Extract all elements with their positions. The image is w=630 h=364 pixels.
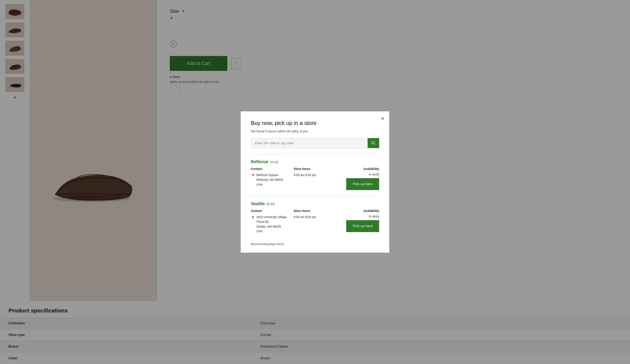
seattle-addr2: Plaza NE: [256, 219, 286, 224]
zip-search-row: [251, 138, 379, 148]
divider-top: [251, 154, 379, 154]
seattle-stock-status: In stock: [369, 215, 379, 218]
bellevue-address: 📍 Bellevue Square Bellevue, WA 98004 USA: [251, 173, 294, 187]
pin-icon-bellevue: 📍: [251, 173, 255, 179]
bellevue-distance: (4 mi): [270, 160, 278, 164]
seattle-contact-col: Contact 📍 2624 University Village Plaza …: [251, 209, 294, 234]
bellevue-contact-header: Contact: [251, 167, 294, 171]
bellevue-availability-col: Availability In stock Pick up here: [336, 167, 379, 190]
bellevue-hours: 9:00 am-9:00 pm: [294, 173, 336, 177]
seattle-address: 📍 2624 University Village Plaza NE Seatt…: [251, 215, 294, 234]
seattle-hours-col: Store hours 9:00 am-9:00 pm: [294, 209, 336, 234]
bellevue-name-row: Bellevue (4 mi): [251, 159, 379, 164]
bellevue-addr1: Bellevue Square: [256, 173, 283, 177]
bellevue-pickup-button[interactable]: Pick up here: [346, 178, 379, 190]
bellevue-stock-status: In stock: [369, 173, 379, 176]
seattle-name: Seattle: [251, 201, 265, 206]
store-pickup-modal: × Buy now, pick up in a store We found 2…: [241, 111, 389, 253]
modal-footer: Microsoft Bing Maps Terms: [251, 240, 379, 246]
bing-maps-link[interactable]: Microsoft Bing Maps Terms: [251, 242, 284, 246]
seattle-addr3: Seattle, WA 98105: [256, 224, 286, 229]
seattle-pickup-button[interactable]: Pick up here: [346, 220, 379, 232]
bellevue-hours-col: Store hours 9:00 am-9:00 pm: [294, 167, 336, 190]
store-entry-bellevue: Bellevue (4 mi) Contact 📍 Bellevue Squar…: [251, 159, 379, 190]
modal-close-button[interactable]: ×: [381, 116, 384, 121]
seattle-avail-header: Availability: [364, 209, 379, 213]
seattle-hours: 9:00 am-9:00 pm: [294, 215, 336, 219]
seattle-addr4: USA: [256, 229, 286, 234]
seattle-addr1: 2624 University Village: [256, 215, 286, 219]
bellevue-addr3: USA: [256, 182, 283, 187]
seattle-name-row: Seattle (9 mi): [251, 201, 379, 206]
seattle-distance: (9 mi): [266, 202, 275, 206]
modal-title: Buy now, pick up in a store: [251, 120, 379, 126]
modal-subtitle: We found 2 stores within 50 miles of you…: [251, 129, 379, 133]
zip-input[interactable]: [251, 138, 368, 148]
bellevue-hours-header: Store hours: [294, 167, 336, 171]
seattle-grid: Contact 📍 2624 University Village Plaza …: [251, 209, 379, 234]
seattle-contact-header: Contact: [251, 209, 294, 213]
seattle-availability-col: Availability In stock Pick up here: [336, 209, 379, 234]
modal-overlay[interactable]: × Buy now, pick up in a store We found 2…: [0, 0, 630, 364]
bellevue-grid: Contact 📍 Bellevue Square Bellevue, WA 9…: [251, 167, 379, 190]
seattle-hours-header: Store hours: [294, 209, 336, 213]
bellevue-avail-header: Availability: [364, 167, 379, 171]
pin-icon-seattle: 📍: [251, 215, 255, 221]
bellevue-addr2: Bellevue, WA 98004: [256, 177, 283, 182]
bellevue-contact-col: Contact 📍 Bellevue Square Bellevue, WA 9…: [251, 167, 294, 190]
zip-search-button[interactable]: [368, 138, 379, 148]
store-entry-seattle: Seattle (9 mi) Contact 📍 2624 University…: [251, 201, 379, 234]
bellevue-name: Bellevue: [251, 159, 268, 164]
